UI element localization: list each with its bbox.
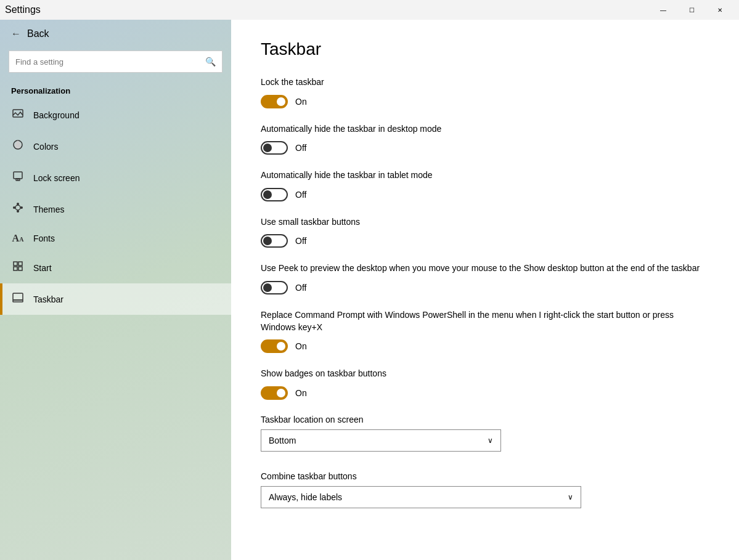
svg-rect-13 (18, 267, 22, 270)
lock-screen-icon (11, 170, 25, 185)
maximize-button[interactable]: ☐ (677, 0, 706, 20)
toggle-thumb-hide-desktop (263, 144, 272, 152)
toggle-state-replace-command: On (295, 341, 307, 351)
sidebar-item-label-taskbar: Taskbar (33, 294, 63, 304)
fonts-icon: AA (11, 233, 25, 244)
sidebar-item-colors[interactable]: Colors (0, 131, 231, 162)
setting-row-lock-taskbar: On (261, 95, 709, 108)
setting-label-small-buttons: Use small taskbar buttons (261, 216, 709, 229)
chevron-down-icon-taskbar-location: ∨ (488, 436, 493, 445)
setting-label-hide-desktop: Automatically hide the taskbar in deskto… (261, 123, 709, 136)
sidebar-item-themes[interactable]: Themes (0, 193, 231, 225)
setting-hide-tablet: Automatically hide the taskbar in tablet… (261, 169, 709, 201)
toggle-state-peek-preview: Off (295, 283, 306, 293)
themes-icon (11, 201, 25, 217)
toggle-small-buttons[interactable] (261, 234, 288, 248)
close-button[interactable]: ✕ (706, 0, 734, 20)
sidebar-item-taskbar[interactable]: Taskbar (0, 283, 231, 315)
toggle-thumb-replace-command (277, 342, 285, 351)
sidebar-item-lock-screen[interactable]: Lock screen (0, 162, 231, 193)
toggle-peek-preview[interactable] (261, 281, 288, 294)
svg-point-8 (17, 203, 19, 205)
svg-rect-11 (18, 262, 22, 266)
setting-label-hide-tablet: Automatically hide the taskbar in tablet… (261, 169, 709, 182)
toggle-thumb-show-badges (277, 389, 285, 397)
setting-label-peek-preview: Use Peek to preview the desktop when you… (261, 262, 709, 275)
page-title: Taskbar (261, 39, 709, 59)
svg-rect-14 (13, 293, 23, 300)
dropdown-taskbar-location[interactable]: Bottom ∨ (261, 429, 501, 452)
toggle-lock-taskbar[interactable] (261, 95, 288, 108)
toggle-replace-command[interactable] (261, 339, 288, 353)
sidebar-item-start[interactable]: Start (0, 252, 231, 283)
sidebar-item-label-start: Start (33, 263, 52, 273)
dropdown-label-combine-buttons: Combine taskbar buttons (261, 471, 709, 481)
setting-row-small-buttons: Off (261, 234, 709, 248)
setting-show-badges: Show badges on taskbar buttons On (261, 368, 709, 400)
minimize-button[interactable]: — (649, 0, 677, 20)
sidebar: ← Back 🔍 Personalization Background (0, 20, 231, 560)
toggle-thumb-small-buttons (263, 237, 272, 245)
title-bar-title: Settings (5, 4, 41, 15)
toggle-state-lock-taskbar: On (295, 97, 307, 107)
title-bar-left: Settings (5, 4, 41, 15)
setting-replace-command: Replace Command Prompt with Windows Powe… (261, 309, 709, 353)
app-body: ← Back 🔍 Personalization Background (0, 20, 739, 560)
toggle-state-show-badges: On (295, 388, 307, 398)
dropdown-section-taskbar-location: Taskbar location on screen Bottom ∨ (261, 415, 709, 452)
start-icon (11, 260, 25, 275)
chevron-down-icon-combine-buttons: ∨ (568, 493, 573, 501)
setting-label-replace-command: Replace Command Prompt with Windows Powe… (261, 309, 709, 333)
dropdown-label-taskbar-location: Taskbar location on screen (261, 415, 709, 424)
sidebar-item-label-colors: Colors (33, 142, 58, 152)
sidebar-item-label-fonts: Fonts (33, 233, 55, 243)
toggle-thumb-peek-preview (263, 283, 272, 292)
svg-point-5 (15, 205, 20, 210)
toggle-state-hide-desktop: Off (295, 143, 306, 153)
toggle-thumb-hide-tablet (263, 190, 272, 199)
sidebar-item-label-lock-screen: Lock screen (33, 173, 80, 183)
title-bar-controls: — ☐ ✕ (649, 0, 734, 20)
search-icon: 🔍 (205, 57, 216, 67)
svg-rect-12 (14, 267, 17, 270)
setting-label-show-badges: Show badges on taskbar buttons (261, 368, 709, 380)
toggle-state-hide-tablet: Off (295, 190, 306, 200)
sidebar-item-fonts[interactable]: AA Fonts (0, 225, 231, 252)
svg-rect-10 (14, 262, 17, 266)
toggle-thumb-lock-taskbar (277, 97, 285, 106)
sidebar-back-button[interactable]: ← Back (0, 20, 231, 48)
svg-rect-15 (13, 300, 23, 302)
setting-row-hide-desktop: Off (261, 141, 709, 155)
setting-row-hide-tablet: Off (261, 188, 709, 201)
title-bar: Settings — ☐ ✕ (0, 0, 739, 20)
setting-hide-desktop: Automatically hide the taskbar in deskto… (261, 123, 709, 155)
toggle-hide-desktop[interactable] (261, 141, 288, 155)
setting-row-show-badges: On (261, 386, 709, 400)
setting-row-replace-command: On (261, 339, 709, 353)
setting-label-lock-taskbar: Lock the taskbar (261, 76, 709, 89)
sidebar-back-label: Back (27, 28, 49, 39)
sidebar-item-background[interactable]: Background (0, 99, 231, 131)
background-icon (11, 107, 25, 123)
search-box[interactable]: 🔍 (9, 51, 223, 73)
setting-row-peek-preview: Off (261, 281, 709, 294)
sidebar-item-label-themes: Themes (33, 205, 65, 214)
toggle-show-badges[interactable] (261, 386, 288, 400)
dropdown-combine-buttons[interactable]: Always, hide labels ∨ (261, 486, 581, 508)
toggle-state-small-buttons: Off (295, 236, 306, 246)
dropdown-value-taskbar-location: Bottom (269, 436, 296, 445)
svg-rect-2 (14, 172, 22, 179)
sidebar-item-label-background: Background (33, 110, 80, 120)
setting-lock-taskbar: Lock the taskbar On (261, 76, 709, 108)
sidebar-section-label: Personalization (0, 80, 231, 99)
svg-point-9 (17, 210, 19, 213)
search-input[interactable] (15, 57, 205, 67)
svg-point-7 (20, 206, 23, 209)
setting-small-buttons: Use small taskbar buttons Off (261, 216, 709, 248)
dropdown-section-combine-buttons: Combine taskbar buttons Always, hide lab… (261, 471, 709, 508)
back-arrow-icon: ← (11, 28, 21, 39)
toggle-hide-tablet[interactable] (261, 188, 288, 201)
content-area: Taskbar Lock the taskbar On Automaticall… (231, 20, 739, 560)
taskbar-icon (11, 291, 25, 307)
colors-icon (11, 139, 25, 154)
